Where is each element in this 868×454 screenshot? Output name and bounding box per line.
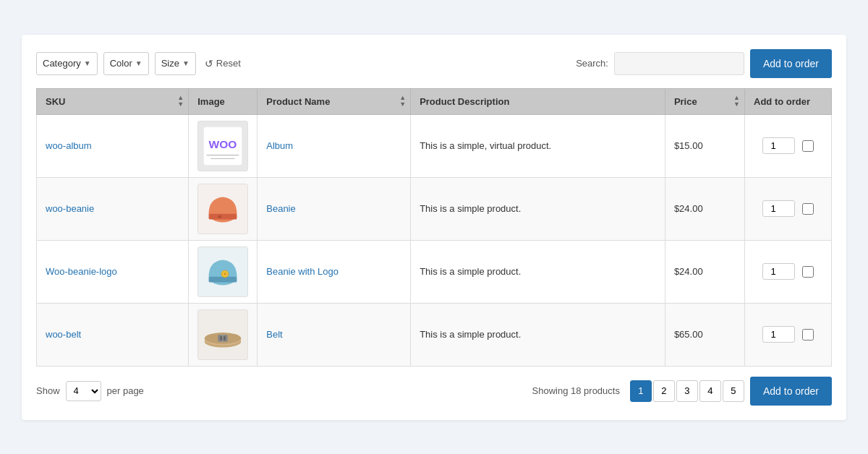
size-filter[interactable]: Size ▼ (155, 52, 196, 75)
name-cell: Beanie (258, 177, 411, 240)
svg-rect-11 (209, 276, 237, 282)
reset-label: Reset (216, 58, 241, 69)
sku-cell: woo-album (37, 114, 189, 177)
name-cell: Album (258, 114, 411, 177)
col-price: Price ▲▼ (665, 88, 744, 114)
table-row: woo-beanie Beanie This is a simple produ… (37, 177, 832, 240)
qty-input[interactable] (762, 326, 795, 343)
qty-check-wrap (754, 326, 822, 343)
product-image: WOO (197, 121, 248, 171)
price-cell: $15.00 (665, 114, 744, 177)
description-cell: This is a simple product. (411, 240, 665, 303)
product-price: $65.00 (674, 329, 703, 340)
page-4-button[interactable]: 4 (699, 380, 721, 402)
sku-link[interactable]: Woo-beanie-logo (46, 266, 117, 277)
per-page-label: per page (107, 385, 144, 396)
row-checkbox[interactable] (802, 266, 814, 278)
svg-rect-7 (209, 213, 237, 219)
sku-link[interactable]: woo-album (46, 140, 92, 151)
table-row: woo-belt Belt This is a simple product. (37, 303, 832, 366)
col-product-name: Product Name ▲▼ (258, 88, 411, 114)
product-description: This is a simple product. (420, 203, 521, 214)
description-cell: This is a simple, virtual product. (411, 114, 665, 177)
main-container: Category ▼ Color ▼ Size ▼ ↺ Reset Search… (22, 35, 846, 420)
col-description: Product Description (411, 88, 665, 114)
product-name-link[interactable]: Belt (266, 329, 282, 340)
page-2-button[interactable]: 2 (653, 380, 675, 402)
price-cell: $24.00 (665, 177, 744, 240)
name-sort-icon: ▲▼ (399, 95, 406, 108)
color-filter[interactable]: Color ▼ (103, 52, 149, 75)
sku-link[interactable]: woo-belt (46, 329, 81, 340)
category-filter[interactable]: Category ▼ (36, 52, 98, 75)
product-image (197, 184, 248, 234)
row-checkbox[interactable] (802, 203, 814, 215)
product-name-link[interactable]: Album (266, 140, 293, 151)
page-5-button[interactable]: 5 (723, 380, 744, 402)
col-sku: SKU ▲▼ (37, 88, 189, 114)
color-arrow-icon: ▼ (135, 59, 142, 67)
sku-cell: Woo-beanie-logo (37, 240, 189, 303)
sku-link[interactable]: woo-beanie (46, 203, 94, 214)
footer: Show 4 8 12 16 per page Showing 18 produ… (36, 377, 832, 406)
add-order-cell (745, 240, 832, 303)
product-description: This is a simple product. (420, 266, 521, 277)
svg-rect-8 (218, 215, 221, 218)
table-row: woo-album WOO Album This is a simple, vi… (37, 114, 832, 177)
product-table: SKU ▲▼ Image Product Name ▲▼ Product Des… (36, 88, 832, 367)
price-sort-icon: ▲▼ (733, 95, 740, 108)
qty-check-wrap (754, 263, 822, 280)
image-cell (189, 303, 258, 366)
product-name-link[interactable]: Beanie (266, 203, 295, 214)
add-order-cell (745, 114, 832, 177)
image-cell (189, 177, 258, 240)
row-checkbox[interactable] (802, 329, 814, 340)
product-image (197, 247, 248, 297)
reset-button[interactable]: ↺ Reset (202, 54, 244, 73)
price-cell: $65.00 (665, 303, 744, 366)
add-order-cell (745, 177, 832, 240)
name-cell: Beanie with Logo (258, 240, 411, 303)
category-arrow-icon: ▼ (84, 59, 91, 67)
showing-text: Showing 18 products (532, 385, 620, 396)
description-cell: This is a simple product. (411, 303, 665, 366)
color-label: Color (110, 58, 132, 69)
qty-check-wrap (754, 200, 822, 217)
product-name-link[interactable]: Beanie with Logo (266, 266, 339, 277)
table-row: Woo-beanie-logo Beanie with Logo This is… (37, 240, 832, 303)
product-description: This is a simple, virtual product. (420, 140, 551, 151)
per-page-select[interactable]: 4 8 12 16 (66, 381, 101, 401)
product-price: $24.00 (674, 266, 703, 277)
name-cell: Belt (258, 303, 411, 366)
qty-input[interactable] (762, 137, 795, 154)
svg-text:WOO: WOO (209, 137, 237, 150)
sku-cell: woo-belt (37, 303, 189, 366)
search-label: Search: (576, 58, 608, 69)
qty-check-wrap (754, 137, 822, 154)
add-order-cell (745, 303, 832, 366)
show-label: Show (36, 385, 60, 396)
size-label: Size (161, 58, 179, 69)
product-description: This is a simple product. (420, 329, 521, 340)
reset-icon: ↺ (205, 58, 213, 69)
image-cell: WOO (189, 114, 258, 177)
svg-point-13 (224, 272, 226, 275)
pagination: 1 2 3 4 5 (630, 380, 744, 402)
product-image (197, 309, 248, 360)
col-image: Image (189, 88, 258, 114)
search-input[interactable] (614, 52, 744, 75)
row-checkbox[interactable] (802, 140, 814, 152)
qty-input[interactable] (762, 200, 795, 217)
sku-cell: woo-beanie (37, 177, 189, 240)
product-price: $15.00 (674, 140, 703, 151)
toolbar: Category ▼ Color ▼ Size ▼ ↺ Reset Search… (36, 49, 832, 78)
category-label: Category (43, 58, 81, 69)
qty-input[interactable] (762, 263, 795, 280)
col-add-to-order: Add to order (745, 88, 832, 114)
page-3-button[interactable]: 3 (676, 380, 698, 402)
size-arrow-icon: ▼ (182, 59, 190, 67)
page-1-button[interactable]: 1 (630, 380, 652, 402)
add-to-order-button-bottom[interactable]: Add to order (750, 377, 832, 406)
sku-sort-icon: ▲▼ (177, 95, 184, 108)
add-to-order-button-top[interactable]: Add to order (750, 49, 832, 78)
